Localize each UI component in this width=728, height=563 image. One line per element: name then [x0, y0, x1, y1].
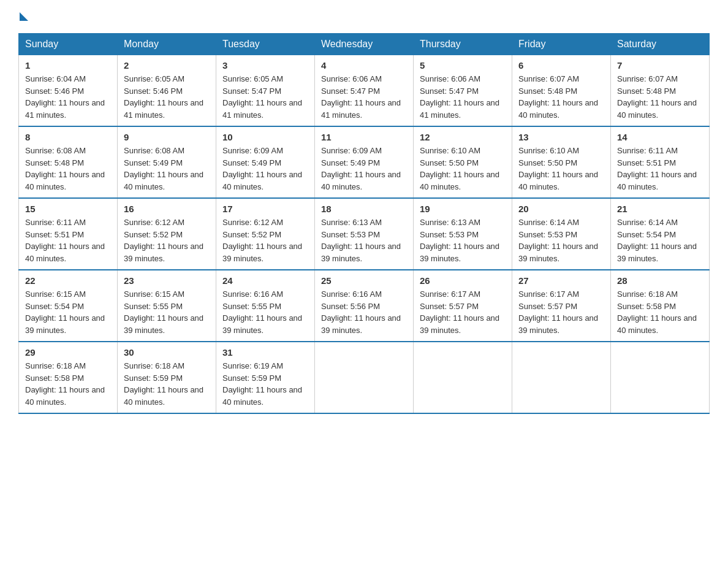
day-number: 4 [321, 60, 407, 71]
calendar-day-cell: 19 Sunrise: 6:13 AMSunset: 5:53 PMDaylig… [414, 198, 512, 270]
logo [18, 12, 29, 21]
calendar-day-cell: 7 Sunrise: 6:07 AMSunset: 5:48 PMDayligh… [611, 55, 710, 127]
day-number: 3 [222, 60, 308, 71]
calendar-day-cell [315, 342, 414, 413]
day-info: Sunrise: 6:07 AMSunset: 5:48 PMDaylight:… [617, 73, 703, 121]
day-info: Sunrise: 6:13 AMSunset: 5:53 PMDaylight:… [321, 216, 407, 264]
weekday-header-tuesday: Tuesday [216, 34, 315, 55]
calendar-day-cell: 27 Sunrise: 6:17 AMSunset: 5:57 PMDaylig… [512, 270, 611, 342]
day-number: 31 [222, 347, 308, 358]
calendar-day-cell: 26 Sunrise: 6:17 AMSunset: 5:57 PMDaylig… [414, 270, 512, 342]
calendar-header: SundayMondayTuesdayWednesdayThursdayFrid… [19, 34, 710, 55]
day-info: Sunrise: 6:13 AMSunset: 5:53 PMDaylight:… [420, 216, 506, 264]
day-number: 25 [321, 275, 407, 286]
day-info: Sunrise: 6:14 AMSunset: 5:53 PMDaylight:… [518, 216, 604, 264]
calendar-day-cell: 11 Sunrise: 6:09 AMSunset: 5:49 PMDaylig… [315, 126, 414, 198]
calendar-day-cell: 20 Sunrise: 6:14 AMSunset: 5:53 PMDaylig… [512, 198, 611, 270]
calendar-day-cell: 8 Sunrise: 6:08 AMSunset: 5:48 PMDayligh… [19, 126, 118, 198]
day-number: 20 [518, 204, 604, 214]
calendar-day-cell: 18 Sunrise: 6:13 AMSunset: 5:53 PMDaylig… [315, 198, 414, 270]
day-info: Sunrise: 6:10 AMSunset: 5:50 PMDaylight:… [518, 145, 604, 193]
calendar-week-row: 8 Sunrise: 6:08 AMSunset: 5:48 PMDayligh… [19, 126, 710, 198]
day-info: Sunrise: 6:07 AMSunset: 5:48 PMDaylight:… [518, 73, 604, 121]
day-info: Sunrise: 6:18 AMSunset: 5:59 PMDaylight:… [124, 360, 210, 408]
calendar-day-cell: 28 Sunrise: 6:18 AMSunset: 5:58 PMDaylig… [611, 270, 710, 342]
calendar-day-cell: 2 Sunrise: 6:05 AMSunset: 5:46 PMDayligh… [118, 55, 216, 127]
day-number: 21 [617, 204, 703, 214]
day-number: 5 [420, 60, 506, 71]
day-number: 27 [518, 275, 604, 286]
calendar-day-cell: 13 Sunrise: 6:10 AMSunset: 5:50 PMDaylig… [512, 126, 611, 198]
day-number: 1 [25, 60, 111, 71]
day-info: Sunrise: 6:10 AMSunset: 5:50 PMDaylight:… [420, 145, 506, 193]
day-info: Sunrise: 6:09 AMSunset: 5:49 PMDaylight:… [222, 145, 308, 193]
day-number: 6 [518, 60, 604, 71]
page-header [18, 12, 710, 21]
day-info: Sunrise: 6:06 AMSunset: 5:47 PMDaylight:… [420, 73, 506, 121]
day-number: 24 [222, 275, 308, 286]
calendar-week-row: 15 Sunrise: 6:11 AMSunset: 5:51 PMDaylig… [19, 198, 710, 270]
day-number: 2 [124, 60, 210, 71]
calendar-week-row: 22 Sunrise: 6:15 AMSunset: 5:54 PMDaylig… [19, 270, 710, 342]
day-number: 10 [222, 132, 308, 142]
day-info: Sunrise: 6:19 AMSunset: 5:59 PMDaylight:… [222, 360, 308, 408]
calendar-day-cell: 15 Sunrise: 6:11 AMSunset: 5:51 PMDaylig… [19, 198, 118, 270]
calendar-week-row: 1 Sunrise: 6:04 AMSunset: 5:46 PMDayligh… [19, 55, 710, 127]
day-info: Sunrise: 6:11 AMSunset: 5:51 PMDaylight:… [25, 216, 111, 264]
day-number: 7 [617, 60, 703, 71]
day-info: Sunrise: 6:16 AMSunset: 5:55 PMDaylight:… [222, 288, 308, 336]
calendar-day-cell: 9 Sunrise: 6:08 AMSunset: 5:49 PMDayligh… [118, 126, 216, 198]
weekday-header-sunday: Sunday [19, 34, 118, 55]
calendar-day-cell: 5 Sunrise: 6:06 AMSunset: 5:47 PMDayligh… [414, 55, 512, 127]
calendar-day-cell: 3 Sunrise: 6:05 AMSunset: 5:47 PMDayligh… [216, 55, 315, 127]
day-number: 14 [617, 132, 703, 142]
calendar-day-cell: 4 Sunrise: 6:06 AMSunset: 5:47 PMDayligh… [315, 55, 414, 127]
calendar-day-cell: 16 Sunrise: 6:12 AMSunset: 5:52 PMDaylig… [118, 198, 216, 270]
day-info: Sunrise: 6:12 AMSunset: 5:52 PMDaylight:… [222, 216, 308, 264]
day-number: 9 [124, 132, 210, 142]
day-info: Sunrise: 6:09 AMSunset: 5:49 PMDaylight:… [321, 145, 407, 193]
calendar-day-cell: 24 Sunrise: 6:16 AMSunset: 5:55 PMDaylig… [216, 270, 315, 342]
weekday-header-saturday: Saturday [611, 34, 710, 55]
weekday-header-monday: Monday [118, 34, 216, 55]
day-number: 12 [420, 132, 506, 142]
day-info: Sunrise: 6:12 AMSunset: 5:52 PMDaylight:… [124, 216, 210, 264]
day-number: 11 [321, 132, 407, 142]
weekday-header-thursday: Thursday [414, 34, 512, 55]
calendar-day-cell: 17 Sunrise: 6:12 AMSunset: 5:52 PMDaylig… [216, 198, 315, 270]
day-info: Sunrise: 6:08 AMSunset: 5:48 PMDaylight:… [25, 145, 111, 193]
calendar-day-cell: 23 Sunrise: 6:15 AMSunset: 5:55 PMDaylig… [118, 270, 216, 342]
day-number: 19 [420, 204, 506, 214]
weekday-header-friday: Friday [512, 34, 611, 55]
day-info: Sunrise: 6:04 AMSunset: 5:46 PMDaylight:… [25, 73, 111, 121]
logo-arrow-icon [20, 12, 28, 21]
day-number: 23 [124, 275, 210, 286]
weekday-header-row: SundayMondayTuesdayWednesdayThursdayFrid… [19, 34, 710, 55]
day-info: Sunrise: 6:05 AMSunset: 5:47 PMDaylight:… [222, 73, 308, 121]
day-number: 30 [124, 347, 210, 358]
day-number: 22 [25, 275, 111, 286]
calendar-day-cell: 22 Sunrise: 6:15 AMSunset: 5:54 PMDaylig… [19, 270, 118, 342]
day-info: Sunrise: 6:08 AMSunset: 5:49 PMDaylight:… [124, 145, 210, 193]
day-info: Sunrise: 6:17 AMSunset: 5:57 PMDaylight:… [518, 288, 604, 336]
calendar-day-cell: 6 Sunrise: 6:07 AMSunset: 5:48 PMDayligh… [512, 55, 611, 127]
calendar-day-cell: 31 Sunrise: 6:19 AMSunset: 5:59 PMDaylig… [216, 342, 315, 413]
calendar-day-cell: 14 Sunrise: 6:11 AMSunset: 5:51 PMDaylig… [611, 126, 710, 198]
day-number: 16 [124, 204, 210, 214]
day-info: Sunrise: 6:17 AMSunset: 5:57 PMDaylight:… [420, 288, 506, 336]
calendar-day-cell: 21 Sunrise: 6:14 AMSunset: 5:54 PMDaylig… [611, 198, 710, 270]
day-info: Sunrise: 6:11 AMSunset: 5:51 PMDaylight:… [617, 145, 703, 193]
calendar-day-cell [414, 342, 512, 413]
day-number: 15 [25, 204, 111, 214]
calendar-day-cell: 12 Sunrise: 6:10 AMSunset: 5:50 PMDaylig… [414, 126, 512, 198]
day-info: Sunrise: 6:16 AMSunset: 5:56 PMDaylight:… [321, 288, 407, 336]
day-info: Sunrise: 6:15 AMSunset: 5:54 PMDaylight:… [25, 288, 111, 336]
day-number: 8 [25, 132, 111, 142]
calendar-day-cell [512, 342, 611, 413]
day-number: 29 [25, 347, 111, 358]
day-number: 28 [617, 275, 703, 286]
day-number: 13 [518, 132, 604, 142]
calendar-table: SundayMondayTuesdayWednesdayThursdayFrid… [18, 33, 710, 414]
day-info: Sunrise: 6:06 AMSunset: 5:47 PMDaylight:… [321, 73, 407, 121]
calendar-day-cell: 1 Sunrise: 6:04 AMSunset: 5:46 PMDayligh… [19, 55, 118, 127]
